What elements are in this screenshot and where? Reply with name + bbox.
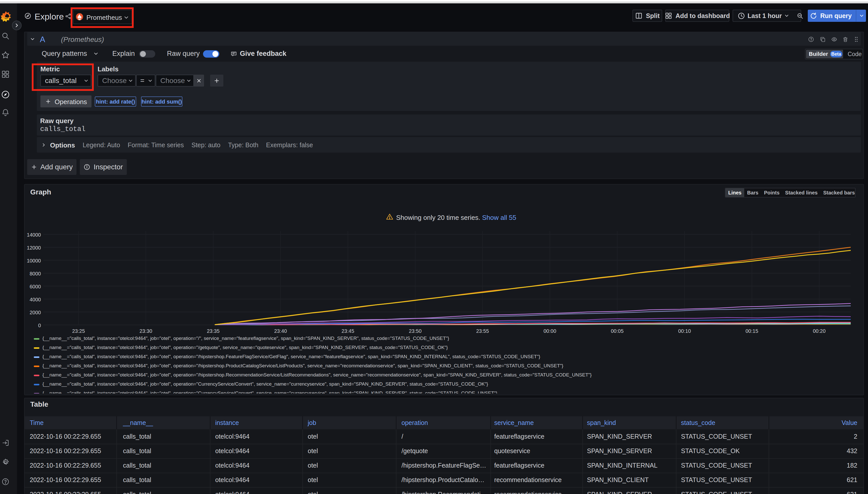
svg-text:00:00: 00:00 [543, 328, 556, 334]
svg-text:10000: 10000 [27, 258, 41, 264]
svg-text:23:40: 23:40 [274, 328, 287, 334]
svg-text:23:50: 23:50 [409, 328, 421, 334]
svg-text:23:30: 23:30 [140, 328, 152, 334]
svg-text:0: 0 [38, 323, 41, 328]
svg-text:23:45: 23:45 [342, 328, 354, 334]
svg-text:00:15: 00:15 [745, 328, 758, 334]
svg-text:23:25: 23:25 [72, 328, 85, 334]
svg-text:00:10: 00:10 [678, 328, 691, 334]
svg-text:23:35: 23:35 [207, 328, 219, 334]
svg-text:2000: 2000 [30, 310, 41, 315]
svg-text:00:05: 00:05 [611, 328, 623, 334]
svg-text:8000: 8000 [30, 271, 41, 277]
svg-text:23:55: 23:55 [476, 328, 489, 334]
svg-text:00:20: 00:20 [813, 328, 826, 334]
svg-text:6000: 6000 [30, 284, 41, 289]
svg-text:12000: 12000 [27, 245, 41, 250]
svg-text:14000: 14000 [27, 232, 41, 238]
svg-text:4000: 4000 [30, 297, 41, 302]
